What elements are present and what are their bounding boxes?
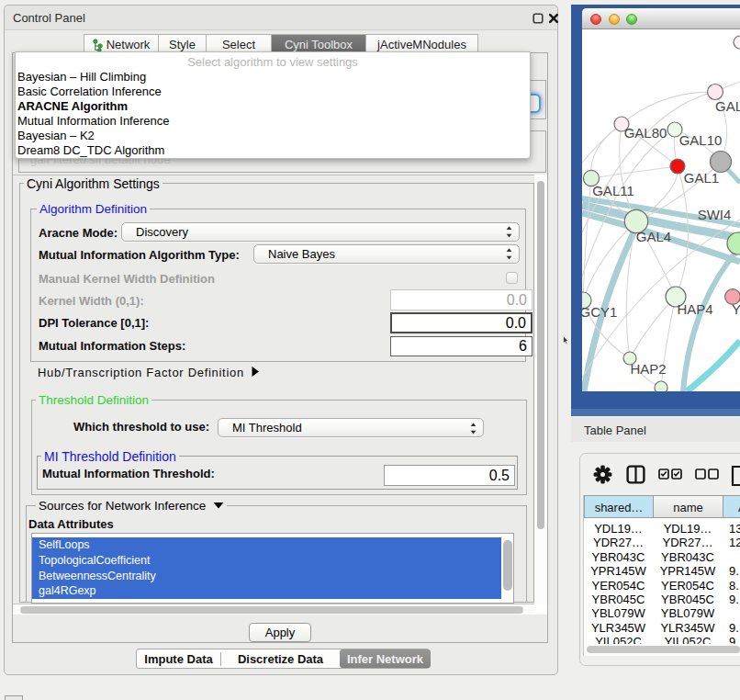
node-table: shared…nameA YDL19…YDL19…13YDR27…YDR27…1… <box>583 495 740 645</box>
kernel-width-input[interactable]: 0.0 <box>390 289 533 310</box>
table-cell: YBR045C <box>584 593 653 607</box>
combo-arrows-icon <box>506 226 512 238</box>
network-node-label: GAL7 <box>715 98 740 114</box>
mi-steps-label: Mutual Information Steps: <box>39 339 185 353</box>
table-row[interactable]: YBR045CYBR045C9. <box>584 593 740 607</box>
tab-impute-data[interactable]: Impute Data <box>137 649 220 668</box>
apply-button[interactable]: Apply <box>249 623 311 642</box>
network-node-label: HAP4 <box>677 301 712 317</box>
network-node-label: SWI4 <box>698 207 732 222</box>
network-node-label: GAL10 <box>679 132 723 148</box>
network-node[interactable] <box>670 159 685 174</box>
table-row[interactable]: YLR345WYLR345W9. <box>584 621 740 636</box>
popup-item[interactable]: Basic Correlation Inference <box>17 85 162 98</box>
float-window-icon[interactable] <box>533 13 544 24</box>
content-hscrollbar[interactable] <box>13 604 534 615</box>
mouse-cursor <box>562 335 569 346</box>
which-threshold-combobox[interactable]: MI Threshold <box>218 418 484 437</box>
table-cell: YBL079W <box>653 606 723 621</box>
table-row[interactable]: YBL079WYBL079W <box>584 606 740 621</box>
zoom-traffic-light[interactable] <box>626 14 637 25</box>
table-column-header[interactable]: shared… <box>584 495 653 518</box>
table-cell: YBL079W <box>584 606 653 621</box>
content-vscrollbar[interactable] <box>534 175 547 604</box>
bottom-tab-strip: Impute Data Discretize Data Infer Networ… <box>136 649 430 669</box>
table-row[interactable]: YBR043CYBR043C <box>584 550 740 565</box>
network-node-label: GAL1 <box>684 170 719 186</box>
tab-infer-network[interactable]: Infer Network <box>340 649 431 668</box>
table-column-header[interactable]: A <box>723 495 740 518</box>
table-cell: 9. <box>723 564 740 579</box>
table-cell: YER054C <box>653 579 723 593</box>
network-icon <box>93 39 103 51</box>
dpi-tolerance-input[interactable]: 0.0 <box>390 312 533 333</box>
expander-down-icon[interactable] <box>213 502 224 509</box>
popup-item[interactable]: Dream8 DC_TDC Algorithm <box>17 143 164 157</box>
export-table-icon[interactable] <box>731 465 740 487</box>
network-edge[interactable] <box>582 124 622 163</box>
network-node[interactable] <box>708 85 723 100</box>
table-row[interactable]: YPR145WYPR145W9. <box>584 564 740 579</box>
table-column-header[interactable]: name <box>653 495 723 518</box>
aracne-mode-label: Aracne Mode: <box>39 226 118 240</box>
mi-threshold-input[interactable]: 0.5 <box>384 465 515 486</box>
content-hscrollbar-thumb[interactable] <box>20 606 523 614</box>
network-edge[interactable] <box>630 297 676 358</box>
table-hscrollbar-thumb[interactable] <box>587 646 740 653</box>
network-node[interactable] <box>734 36 740 49</box>
checked-columns-icon[interactable] <box>658 469 682 480</box>
table-cell: 9. <box>723 593 740 607</box>
table-hscrollbar[interactable] <box>583 644 740 656</box>
tab-discretize-data[interactable]: Discretize Data <box>221 649 340 668</box>
attribute-list-scrollbar-thumb[interactable] <box>503 540 512 591</box>
mi-type-combobox[interactable]: Naive Bayes <box>253 244 520 264</box>
aracne-mode-combobox[interactable]: Discovery <box>121 222 520 242</box>
table-cell: 8. <box>723 579 740 593</box>
table-panel-title: Table Panel <box>584 423 646 437</box>
popup-item[interactable]: ARACNE Algorithm <box>17 99 128 113</box>
network-window-titlebar[interactable] <box>582 8 740 29</box>
unchecked-columns-icon[interactable] <box>695 469 719 480</box>
popup-item[interactable]: Bayesian – K2 <box>17 129 95 142</box>
attribute-list-item[interactable]: TopologicalCoefficient <box>32 553 501 569</box>
combo-arrows-icon <box>470 423 477 435</box>
close-panel-icon[interactable] <box>548 13 559 24</box>
table-row[interactable]: YDR27…YDR27…12 <box>584 536 740 550</box>
attribute-list-scrollbar[interactable] <box>501 534 514 603</box>
network-node-label: GAL80 <box>624 125 667 141</box>
network-edge[interactable] <box>622 92 715 124</box>
table-cell: YPR145W <box>653 564 723 579</box>
network-view-frame: GAL7GAL80GAL10GAL1GAL11GAL4SWI4GCY1HAP4Y… <box>571 5 740 416</box>
scrollbar-corner <box>534 604 547 615</box>
mi-steps-input[interactable]: 6 <box>390 336 533 356</box>
table-row[interactable]: YDL19…YDL19…13 <box>584 522 740 536</box>
content-vscrollbar-thumb[interactable] <box>537 181 544 529</box>
network-canvas[interactable]: GAL7GAL80GAL10GAL1GAL11GAL4SWI4GCY1HAP4Y… <box>582 29 740 391</box>
cyni-algorithm-settings-title: Cyni Algorithm Settings <box>24 176 163 191</box>
network-edge[interactable] <box>687 341 740 391</box>
close-traffic-light[interactable] <box>590 14 601 25</box>
network-node-label: GAL11 <box>592 183 634 198</box>
algorithm-dropdown-popup: Select algorithm to view settings Bayesi… <box>15 51 531 159</box>
split-columns-icon[interactable] <box>626 465 645 484</box>
attribute-list-item[interactable]: SelfLoops <box>32 537 501 553</box>
network-node-label: YER <box>732 301 740 317</box>
hub-definition-label: Hub/Transcription Factor Definition <box>38 366 244 379</box>
data-attributes-label: Data Attributes <box>28 517 114 531</box>
expander-right-icon[interactable] <box>251 366 260 378</box>
minimize-traffic-light[interactable] <box>609 14 620 25</box>
attribute-list-item[interactable]: BetweennessCentrality <box>32 569 501 584</box>
network-node[interactable] <box>655 381 667 391</box>
popup-item[interactable]: Mutual Information Inference <box>17 114 169 128</box>
manual-kernel-checkbox[interactable] <box>506 272 518 284</box>
collapsed-panel-button[interactable] <box>5 695 23 700</box>
gear-icon[interactable] <box>593 465 612 484</box>
table-cell: 13 <box>723 522 740 536</box>
popup-item[interactable]: Bayesian – Hill Climbing <box>17 70 146 84</box>
attribute-list-item[interactable]: gal4RGexp <box>32 583 501 599</box>
attribute-list[interactable]: SelfLoopsTopologicalCoefficientBetweenne… <box>31 533 514 604</box>
table-row[interactable]: YER054CYER054C8. <box>584 579 740 593</box>
threshold-definition-title: Threshold Definition <box>36 393 151 408</box>
sources-title: Sources for Network Inference <box>36 499 227 514</box>
divider <box>13 175 547 175</box>
